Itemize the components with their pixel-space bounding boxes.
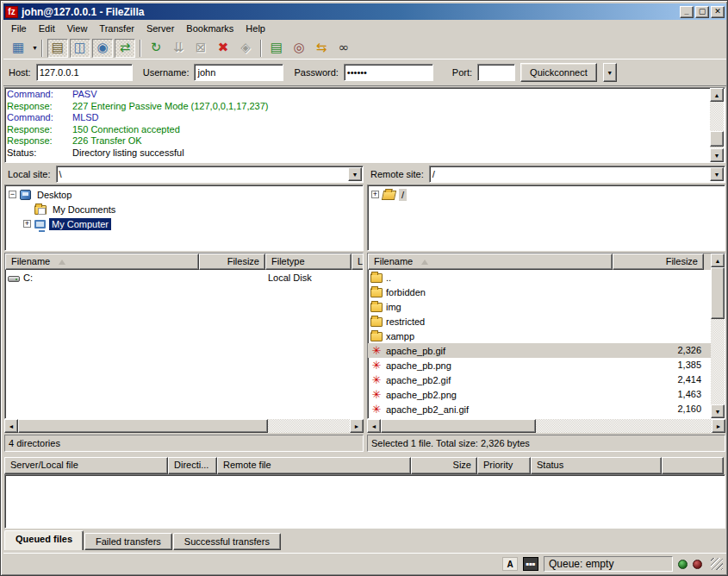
close-button[interactable]: ✕ [711, 6, 725, 18]
tab-queued-files[interactable]: Queued files [4, 530, 84, 550]
scroll-up-icon[interactable]: ▲ [710, 88, 724, 102]
process-queue-button: ⇊ [168, 39, 189, 58]
port-input[interactable] [477, 64, 515, 81]
file-row[interactable]: ✳apache_pb2.png1,463 [368, 387, 725, 402]
disconnect-button[interactable]: ✖ [213, 39, 233, 58]
site-manager-dropdown-icon[interactable]: ▼ [32, 45, 38, 51]
menu-edit[interactable]: Edit [33, 22, 61, 35]
speed-limits-icon[interactable]: ■■■ [523, 557, 538, 571]
toggle-queue-button[interactable]: ⇄ [115, 39, 135, 58]
toggle-message-log-button[interactable]: ▤ [47, 39, 68, 58]
expand-icon[interactable]: + [371, 191, 379, 198]
title-bar[interactable]: fz john@127.0.0.1 - FileZilla _ ▢ ✕ [3, 3, 726, 20]
remote-hscroll-thumb[interactable] [381, 419, 536, 433]
sync-browsing-button[interactable]: ⇆ [311, 39, 332, 58]
file-row[interactable]: C:Local Disk [5, 270, 363, 285]
queue-column-directi[interactable]: Directi... [168, 457, 217, 474]
tree-item[interactable]: −Desktop [5, 187, 363, 202]
find-files-button[interactable]: ∞ [333, 39, 354, 58]
scroll-right-icon[interactable]: ► [712, 419, 725, 433]
chevron-down-icon[interactable]: ▼ [710, 167, 724, 181]
column-header-filesize[interactable]: Filesize [199, 254, 265, 270]
password-input[interactable] [344, 64, 433, 81]
file-row[interactable]: img [368, 299, 725, 314]
file-row[interactable]: ✳apache_pb.png1,385 [368, 358, 725, 373]
menu-file[interactable]: File [5, 22, 33, 35]
image-file-icon: ✳ [370, 404, 383, 415]
local-file-list[interactable]: FilenameFilesizeFiletypeLC:Local Disk [4, 253, 364, 419]
queue-column-status[interactable]: Status [531, 457, 662, 474]
tree-item-label: Desktop [34, 189, 74, 201]
menu-server[interactable]: Server [140, 22, 180, 35]
maximize-button[interactable]: ▢ [695, 6, 709, 18]
username-input[interactable] [194, 64, 283, 81]
queue-column-priority[interactable]: Priority [477, 457, 531, 474]
file-row[interactable]: ✳apache_pb2_ani.gif2,160 [368, 402, 725, 416]
column-header-filename[interactable]: Filename [5, 254, 199, 270]
file-row[interactable]: ✳apache_pb2.gif2,414 [368, 373, 725, 387]
queue-column-remotefile[interactable]: Remote file [217, 457, 411, 474]
toggle-local-tree-button[interactable]: ◫ [70, 39, 90, 58]
quickconnect-button[interactable]: Quickconnect [520, 63, 597, 82]
file-row[interactable]: .. [368, 270, 725, 285]
refresh-button[interactable]: ↻ [146, 39, 166, 58]
local-list-hscrollbar[interactable]: ◄ ► [4, 419, 364, 433]
queue-list[interactable] [4, 474, 725, 529]
log-scroll-thumb[interactable] [710, 131, 724, 147]
queue-column-serverlocalfile[interactable]: Server/Local file [4, 457, 168, 474]
queue-header: Server/Local fileDirecti...Remote fileSi… [4, 457, 725, 474]
chevron-down-icon[interactable]: ▼ [348, 167, 362, 181]
remote-list-vscrollbar[interactable]: ▲ ▼ [711, 254, 725, 418]
local-hscroll-thumb[interactable] [18, 419, 268, 433]
scroll-right-icon[interactable]: ► [350, 419, 364, 433]
file-row[interactable]: ✳apache_pb.gif2,326 [368, 343, 725, 358]
tab-failed-transfers[interactable]: Failed transfers [84, 533, 172, 550]
tree-item[interactable]: +/ [368, 187, 725, 202]
menu-view[interactable]: View [61, 22, 94, 35]
tree-item[interactable]: My Documents [5, 202, 363, 216]
transfer-type-icon[interactable]: A [502, 557, 518, 571]
tab-successful-transfers[interactable]: Successful transfers [173, 533, 281, 550]
scroll-left-icon[interactable]: ◄ [4, 419, 18, 433]
file-row[interactable]: xampp [368, 329, 725, 343]
column-header-filesize[interactable]: Filesize [613, 254, 704, 270]
site-manager-button[interactable]: ▦ [8, 39, 28, 58]
file-row[interactable]: restricted [368, 314, 725, 329]
menu-transfer[interactable]: Transfer [93, 22, 140, 35]
remote-list-hscrollbar[interactable]: ◄ ► [367, 419, 725, 433]
scroll-up-icon[interactable]: ▲ [711, 254, 725, 267]
local-tree[interactable]: −DesktopMy Documents+My Computer [4, 185, 364, 251]
collapse-icon[interactable]: − [9, 191, 16, 198]
column-header-l[interactable]: L [352, 254, 364, 270]
toggle-remote-tree-button[interactable]: ◉ [92, 39, 113, 58]
file-row[interactable]: forbidden [368, 285, 725, 299]
username-label: Username: [143, 67, 190, 78]
file-size-cell [613, 314, 704, 329]
quickconnect-dropdown-icon[interactable]: ▼ [603, 63, 617, 82]
compare-button[interactable]: ◎ [289, 39, 309, 58]
menu-bar: FileEditViewTransferServerBookmarksHelp [3, 20, 726, 37]
tree-item[interactable]: +My Computer [5, 216, 363, 231]
filter-button[interactable]: ▤ [266, 39, 287, 58]
column-header-filename[interactable]: Filename [368, 254, 613, 270]
menu-bookmarks[interactable]: Bookmarks [180, 22, 240, 35]
local-site-combobox[interactable]: \ ▼ [56, 166, 364, 183]
remote-file-list[interactable]: FilenameFilesize..forbiddenimgrestricted… [367, 253, 725, 419]
expand-icon[interactable]: + [23, 220, 31, 228]
scroll-down-icon[interactable]: ▼ [711, 404, 725, 418]
remote-site-combobox[interactable]: / ▼ [429, 166, 725, 183]
file-name-cell: forbidden [368, 285, 613, 299]
menu-help[interactable]: Help [240, 22, 271, 35]
queue-column-size[interactable]: Size [411, 457, 477, 474]
remote-tree[interactable]: +/ [367, 185, 725, 251]
scroll-left-icon[interactable]: ◄ [367, 419, 381, 433]
queue-column-spacer[interactable] [662, 457, 724, 474]
scroll-down-icon[interactable]: ▼ [710, 148, 724, 162]
minimize-button[interactable]: _ [680, 6, 694, 18]
message-log[interactable]: Command:PASVResponse:227 Entering Passiv… [4, 87, 725, 163]
resize-grip[interactable] [711, 558, 723, 570]
column-header-filetype[interactable]: Filetype [265, 254, 352, 270]
log-vscrollbar[interactable]: ▲ ▼ [710, 88, 724, 162]
host-input[interactable] [36, 64, 133, 81]
remote-scroll-thumb[interactable] [711, 267, 725, 319]
